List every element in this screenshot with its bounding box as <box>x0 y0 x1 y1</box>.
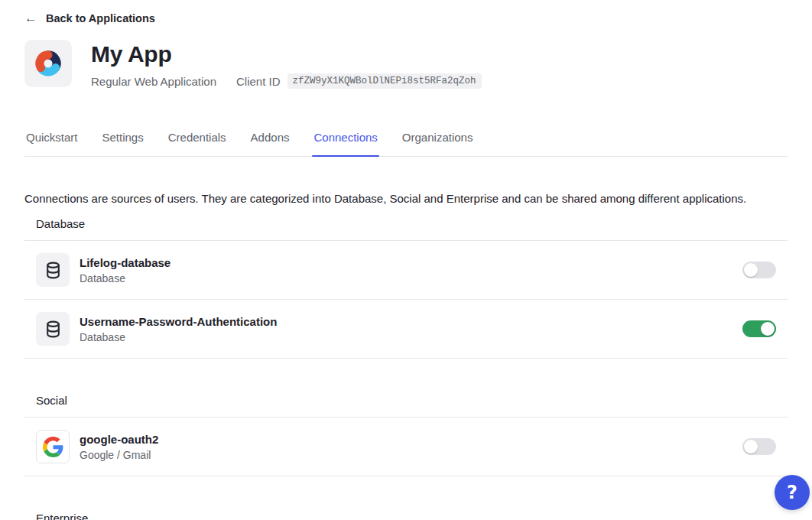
app-logo-icon <box>33 48 63 79</box>
back-to-applications-link[interactable]: ← Back to Applications <box>24 11 155 24</box>
tab-organizations[interactable]: Organizations <box>401 131 475 156</box>
section-database: Database Lifelog-database Database <box>24 217 788 359</box>
toggle-knob <box>744 440 758 453</box>
connection-toggle[interactable] <box>742 438 776 455</box>
connections-list: Database Lifelog-database Database <box>24 217 788 520</box>
back-arrow-icon: ← <box>24 11 37 24</box>
back-link-label: Back to Applications <box>46 12 155 24</box>
connection-row[interactable]: google-oauth2 Google / Gmail <box>24 418 788 476</box>
section-title: Enterprise <box>24 512 788 520</box>
connection-name: Lifelog-database <box>80 256 171 269</box>
help-button[interactable]: ? <box>775 475 810 510</box>
connection-toggle[interactable] <box>742 262 776 278</box>
connections-description: Connections are sources of users. They a… <box>24 192 788 206</box>
connection-row[interactable]: Lifelog-database Database <box>24 241 788 300</box>
connection-type: Database <box>80 331 277 343</box>
connection-row[interactable]: Username-Password-Authentication Databas… <box>24 300 788 359</box>
app-header: My App Regular Web Application Client ID… <box>24 40 788 89</box>
section-enterprise: Enterprise <box>24 512 788 520</box>
connection-type: Google / Gmail <box>80 449 158 461</box>
tab-addons[interactable]: Addons <box>249 131 291 156</box>
client-id-value: zfZW9yX1KQWBolDlNEPi8st5RFa2qZoh <box>287 73 482 89</box>
page-title: My App <box>91 41 482 67</box>
question-mark-icon: ? <box>787 482 797 503</box>
connection-type: Database <box>80 272 171 284</box>
tab-settings[interactable]: Settings <box>101 131 145 156</box>
toggle-knob <box>744 263 758 277</box>
database-icon <box>36 253 70 287</box>
section-title: Social <box>24 394 788 418</box>
app-logo <box>24 40 72 87</box>
database-icon <box>36 312 70 346</box>
connection-toggle[interactable] <box>742 320 776 337</box>
tab-connections[interactable]: Connections <box>312 131 378 156</box>
section-social: Social google-oauth2 Google / Gmail <box>24 394 788 476</box>
app-type-label: Regular Web Application <box>91 75 216 88</box>
toggle-knob <box>761 322 775 336</box>
tab-quickstart[interactable]: Quickstart <box>24 131 80 156</box>
tab-credentials[interactable]: Credentials <box>167 131 228 156</box>
connection-name: Username-Password-Authentication <box>80 315 277 328</box>
client-id-label: Client ID <box>236 75 281 88</box>
section-title: Database <box>24 217 788 241</box>
google-icon <box>36 430 70 463</box>
connection-name: google-oauth2 <box>80 433 158 446</box>
tab-bar: Quickstart Settings Credentials Addons C… <box>24 131 788 157</box>
